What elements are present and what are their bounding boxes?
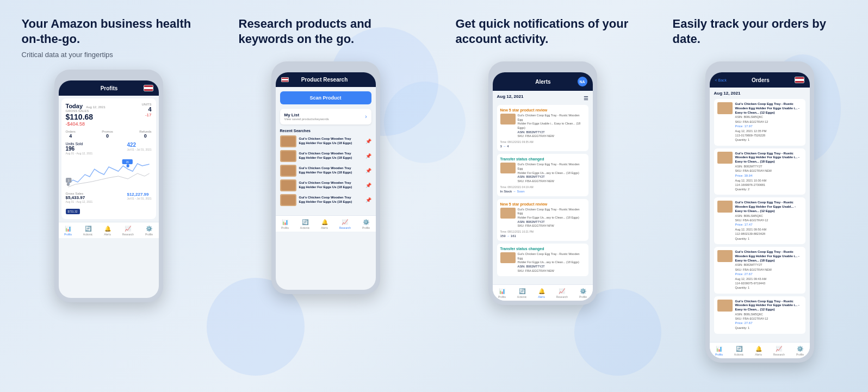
section-alerts: Get quick notifications of your account … <box>434 0 651 392</box>
nav-profile-1[interactable]: ⚙️ Profile <box>145 226 153 236</box>
bottom-nav-alerts[interactable]: 📊 Profits 🔄 Actionic 🔔 Alerts 📈 Research <box>493 284 593 301</box>
product-thumb-5 <box>280 194 296 206</box>
product-row-4[interactable]: Gui's Chicken Coop Wooden TrayEgg Holder… <box>280 179 371 191</box>
order-thumb-3 <box>717 201 733 213</box>
alert-details-1: Gui's Chicken Coop Egg Tray - Rustic Woo… <box>518 114 585 139</box>
stat-promos: Promos 0 <box>102 130 113 139</box>
nav-alerts-r-icon: 🔔 <box>321 219 328 225</box>
alerts-date: Aug 12, 2021 <box>497 94 524 99</box>
pin-icon-3: 📌 <box>365 168 371 173</box>
product-row-2[interactable]: Gui's Chicken Coop Wooden TrayEgg Holder… <box>280 150 371 162</box>
alert-type-1: New 5 star product review <box>500 108 585 112</box>
nav-research-a[interactable]: 📈 Research <box>556 288 568 298</box>
recent-searches-label: Recent Searches <box>280 129 371 133</box>
nav-profits-icon: 📊 <box>65 226 71 232</box>
phone-notch-research <box>309 66 342 71</box>
phone-inner-profits: Profits Today Aug 12, 2021 GROSS SALES $… <box>59 80 159 298</box>
nav-profits-a[interactable]: 📊 Profits <box>498 288 506 298</box>
na-badge: NA <box>578 77 587 86</box>
gross-val: $110.68 <box>66 113 106 121</box>
screen-header-profits: Profits <box>59 80 159 96</box>
phone-orders: < Back Orders Aug 12, 2021 Gui's Chicken… <box>705 61 814 363</box>
pin-icon-4: 📌 <box>365 183 371 188</box>
screen-header-orders: < Back Orders <box>710 72 810 88</box>
alert-time-1: Time: 08/12/2021 09:35 AM <box>500 140 585 144</box>
alert-thumb-1 <box>500 114 516 125</box>
my-list-row[interactable]: My List View saved products/keywords › <box>280 109 371 125</box>
nav-alerts-r[interactable]: 🔔 Alerts <box>321 219 328 229</box>
nav-alerts-1[interactable]: 🔔 Alerts <box>104 226 111 236</box>
units-neg: -17 <box>142 113 152 117</box>
nav-profile-o[interactable]: ⚙️ Profile <box>796 346 804 356</box>
product-name-4: Gui's Chicken Coop Wooden TrayEgg Holder… <box>299 181 363 190</box>
order-details-3: Gui's Chicken Coop Egg Tray - Rustic Woo… <box>735 201 802 241</box>
nav-actionic-label: Actionic <box>83 233 93 236</box>
section-title-profits: Your Amazon business health on-the-go. <box>22 16 196 46</box>
alert-transition-1: 3 → 4 <box>500 145 585 148</box>
order-thumb-4 <box>717 250 733 262</box>
product-thumb-1 <box>280 135 296 147</box>
order-card-2: Gui's Chicken Coop Egg Tray - Rustic Woo… <box>714 148 805 195</box>
nav-profits[interactable]: 📊 Profits <box>64 226 72 236</box>
order-card-3: Gui's Chicken Coop Egg Tray - Rustic Woo… <box>714 197 805 244</box>
nav-actionic-a[interactable]: 🔄 Actionic <box>517 288 527 298</box>
nav-research-r-icon: 📈 <box>342 219 348 225</box>
alert-product-row-3: Gui's Chicken Coop Egg Tray - Rustic Woo… <box>500 208 585 228</box>
nav-profile-a[interactable]: ⚙️ Profile <box>579 288 587 298</box>
phone-notch-orders <box>743 66 776 71</box>
section-title-orders: Easily track your orders by date. <box>673 16 847 46</box>
phone-alerts: Alerts NA Aug 12, 2021 ☰ New 5 star prod… <box>488 61 597 305</box>
section-title-alerts: Get quick notifications of your account … <box>456 16 630 46</box>
units-sold-row: Units Sold 196 Aug 01 - Aug 12, 2021 422… <box>66 142 152 155</box>
nav-actionic-o[interactable]: 🔄 Actionic <box>734 346 744 356</box>
alert-status-2: In Stock → Soon <box>500 190 585 193</box>
units-sold-left: Units Sold 196 Aug 01 - Aug 12, 2021 <box>66 142 93 155</box>
nav-alerts-o[interactable]: 🔔 Alerts <box>755 346 762 356</box>
alert-card-1: New 5 star product review Gui's Chicken … <box>497 105 588 151</box>
nav-profits-r[interactable]: 📊 Profits <box>281 219 289 229</box>
product-row-3[interactable]: Gui's Chicken Coop Wooden TrayEgg Holder… <box>280 165 371 177</box>
nav-profits-label: Profits <box>64 233 72 236</box>
chart-area: 26 3 <box>66 157 152 190</box>
today-label: Today Aug 12, 2021 <box>66 103 106 109</box>
scan-product-label: Scan Product <box>309 95 341 101</box>
alert-details-4: Gui's Chicken Coop Egg Tray - Rustic Woo… <box>518 252 585 273</box>
nav-actionic-r[interactable]: 🔄 Actionic <box>300 219 310 229</box>
product-row-5[interactable]: Gui's Chicken Coop Wooden TrayEgg Holder… <box>280 194 371 206</box>
phone-inner-orders: < Back Orders Aug 12, 2021 Gui's Chicken… <box>710 72 810 358</box>
stat-orders: Orders 4 <box>66 130 76 139</box>
nav-research-1[interactable]: 📈 Research <box>122 226 134 236</box>
my-list-sub: View saved products/keywords <box>284 117 329 121</box>
bottom-nav-research[interactable]: 📊 Profits 🔄 Actionic 🔔 Alerts 📈 Research <box>276 215 376 232</box>
pin-icon-2: 📌 <box>365 153 371 159</box>
alert-details-2: Gui's Chicken Coop Egg Tray - Rustic Woo… <box>518 163 585 183</box>
chevron-icon: › <box>365 114 367 120</box>
phone-inner-research: Product Research Scan Product My List Vi… <box>276 72 376 290</box>
stat-refunds: Refunds 0 <box>139 130 151 139</box>
bottom-nav-orders[interactable]: 📊 Profits 🔄 Actionic 🔔 Alerts 📈 Research <box>710 342 810 358</box>
units-sold-right: 422 Jul 01 - Jul 31, 2021 <box>127 142 151 155</box>
svg-text:26: 26 <box>126 161 128 164</box>
alert-product-row-1: Gui's Chicken Coop Egg Tray - Rustic Woo… <box>500 114 585 139</box>
order-details-4: Gui's Chicken Coop Egg Tray - Rustic Woo… <box>735 250 802 290</box>
orders-content: Aug 12, 2021 Gui's Chicken Coop Egg Tray… <box>710 88 810 340</box>
back-button[interactable]: < Back <box>715 78 727 82</box>
alerts-screen-title: Alerts <box>509 79 578 85</box>
nav-actionic[interactable]: 🔄 Actionic <box>83 226 93 236</box>
flag-icon-profits <box>144 85 153 91</box>
nav-alerts-r-label: Alerts <box>321 226 328 229</box>
gross-sales-row: Gross Sales $5,433.97 Aug 01 - Aug 12, 2… <box>66 192 152 203</box>
bottom-nav-profits[interactable]: 📊 Profits 🔄 Actionic 🔔 Alerts 📈 Research <box>59 222 159 238</box>
alert-product-row-4: Gui's Chicken Coop Egg Tray - Rustic Woo… <box>500 252 585 273</box>
nav-alerts-1-label: Alerts <box>104 233 111 236</box>
nav-research-r[interactable]: 📈 Research <box>339 219 351 229</box>
nav-research-o[interactable]: 📈 Research <box>773 346 785 356</box>
product-name-2: Gui's Chicken Coop Wooden TrayEgg Holder… <box>299 152 363 160</box>
screen-header-alerts: Alerts NA <box>493 72 593 91</box>
stats-row: Orders 4 Promos 0 Refunds 0 <box>66 130 152 139</box>
scan-product-button[interactable]: Scan Product <box>280 91 371 104</box>
nav-profits-o[interactable]: 📊 Profits <box>715 346 723 356</box>
nav-profile-r[interactable]: ⚙️ Profile <box>362 219 370 229</box>
product-row-1[interactable]: Gui's Chicken Coop Wooden TrayEgg Holder… <box>280 135 371 147</box>
nav-alerts-a[interactable]: 🔔 Alerts <box>538 288 545 298</box>
